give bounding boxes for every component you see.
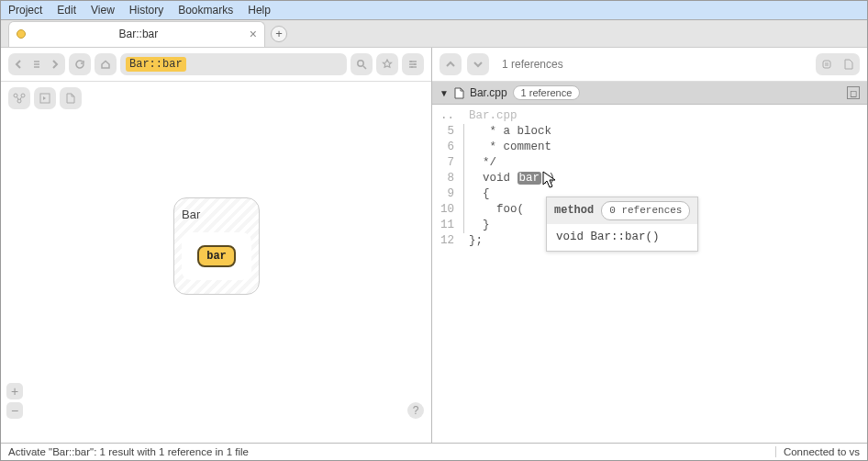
code-pane: 1 references ▼ Bar.cpp 1 reference ◻ ..B… <box>432 48 867 443</box>
magnifier-icon <box>356 59 367 70</box>
code-text: }; <box>469 233 483 249</box>
zoom-out-button[interactable]: − <box>6 402 23 419</box>
tooltip-signature: void Bar::bar() <box>547 224 697 251</box>
view-file-button[interactable] <box>838 53 860 75</box>
reference-count: 1 references <box>502 58 563 71</box>
active-tab[interactable]: Bar::bar × <box>8 21 265 47</box>
code-area[interactable]: ..Bar.cpp5 * a block6 * comment7 */8 voi… <box>432 105 867 253</box>
search-button[interactable] <box>351 53 373 75</box>
menu-view[interactable]: View <box>91 4 115 17</box>
graph-mode-button[interactable] <box>8 87 30 109</box>
tab-bar: Bar::bar × + <box>1 20 867 48</box>
code-pane-header: 1 references <box>432 48 867 82</box>
chevron-up-icon <box>446 60 455 69</box>
line-number: 12 <box>432 233 463 249</box>
tooltip-kind: method <box>554 203 594 219</box>
home-icon <box>100 59 111 70</box>
nav-back-button[interactable] <box>8 53 30 75</box>
hover-tooltip: method 0 references void Bar::bar() <box>546 197 698 252</box>
search-query: Bar::bar <box>126 57 186 72</box>
collapse-triangle-icon[interactable]: ▼ <box>440 88 449 98</box>
line-number: 5 <box>432 124 463 140</box>
line-number: 9 <box>432 186 463 202</box>
list-icon <box>821 59 832 70</box>
svg-point-4 <box>14 94 17 97</box>
refresh-icon <box>74 59 85 70</box>
view-list-button[interactable] <box>816 53 838 75</box>
svg-rect-8 <box>823 61 830 68</box>
zoom-in-button[interactable]: + <box>6 383 23 399</box>
menu-bar: Project Edit View History Bookmarks Help <box>1 1 867 20</box>
code-text: void bar() <box>469 171 555 186</box>
svg-point-5 <box>21 94 25 97</box>
refresh-button[interactable] <box>69 53 91 75</box>
graph-toolbar-secondary <box>1 82 431 115</box>
sliders-icon <box>407 59 418 70</box>
file-small-icon <box>844 59 853 70</box>
bars-icon <box>33 61 40 68</box>
tab-title: Bar::bar <box>33 28 244 40</box>
code-text: } <box>469 218 490 233</box>
menu-edit[interactable]: Edit <box>57 4 76 17</box>
help-button[interactable]: ? <box>407 402 424 419</box>
class-node[interactable]: Bar bar <box>173 197 260 295</box>
graph-toolbar: Bar::bar <box>1 48 431 82</box>
file-header[interactable]: ▼ Bar.cpp 1 reference ◻ <box>432 82 867 105</box>
file-icon <box>454 87 464 99</box>
menu-history[interactable]: History <box>129 4 163 17</box>
status-bar: Activate "Bar::bar": 1 result with 1 ref… <box>1 443 867 460</box>
settings-button[interactable] <box>402 53 424 75</box>
method-node[interactable]: bar <box>197 245 236 267</box>
svg-point-0 <box>358 61 363 66</box>
file-name: Bar.cpp <box>470 86 507 99</box>
code-line[interactable]: 5 * a block <box>432 124 867 140</box>
line-number: 6 <box>432 140 463 155</box>
code-line[interactable]: 6 * comment <box>432 140 867 155</box>
class-node-label: Bar <box>182 208 251 221</box>
file-icon <box>66 93 75 104</box>
nav-forward-button[interactable] <box>43 53 65 75</box>
bookmark-button[interactable] <box>376 53 398 75</box>
close-tab-icon[interactable]: × <box>250 27 257 41</box>
code-text: foo( <box>469 202 524 218</box>
home-button[interactable] <box>95 53 117 75</box>
highlighted-token: bar <box>517 172 542 185</box>
line-number: 8 <box>432 171 463 186</box>
code-line[interactable]: 7 */ <box>432 155 867 171</box>
code-text: Bar.cpp <box>469 108 517 124</box>
svg-point-1 <box>410 61 412 62</box>
code-line[interactable]: 8 void bar() <box>432 171 867 186</box>
svg-point-3 <box>411 66 413 68</box>
line-number: 7 <box>432 155 463 171</box>
svg-point-2 <box>414 63 416 65</box>
chevron-left-icon <box>15 60 24 69</box>
graph-canvas[interactable]: Bar bar + − ? <box>1 115 431 443</box>
file-ref-badge: 1 reference <box>513 85 581 100</box>
code-line[interactable]: ..Bar.cpp <box>432 108 867 124</box>
expand-right-button[interactable] <box>34 87 56 109</box>
line-number: .. <box>432 108 463 124</box>
menu-project[interactable]: Project <box>8 4 42 17</box>
main-area: Bar::bar Bar <box>1 48 867 443</box>
new-tab-button[interactable]: + <box>271 26 287 42</box>
star-icon <box>382 59 393 70</box>
search-field[interactable]: Bar::bar <box>120 53 347 75</box>
graph-icon <box>13 93 26 104</box>
code-text: * a block <box>469 124 551 140</box>
maximize-file-button[interactable]: ◻ <box>847 86 860 99</box>
menu-bookmarks[interactable]: Bookmarks <box>178 4 233 17</box>
prev-ref-button[interactable] <box>440 53 462 75</box>
next-ref-button[interactable] <box>467 53 489 75</box>
code-text: * comment <box>469 140 551 155</box>
file-view-button[interactable] <box>60 87 82 109</box>
nav-history-dropdown[interactable] <box>30 53 43 75</box>
status-text: Activate "Bar::bar": 1 result with 1 ref… <box>8 446 249 457</box>
graph-pane: Bar::bar Bar <box>1 48 432 443</box>
chevron-down-icon <box>473 60 483 69</box>
tab-status-dot-icon <box>17 29 26 39</box>
tooltip-ref-badge: 0 references <box>601 201 690 220</box>
menu-help[interactable]: Help <box>248 4 271 17</box>
class-node-body: bar <box>182 232 251 280</box>
panel-right-icon <box>39 93 50 104</box>
connection-status: Connected to vs <box>775 446 860 457</box>
